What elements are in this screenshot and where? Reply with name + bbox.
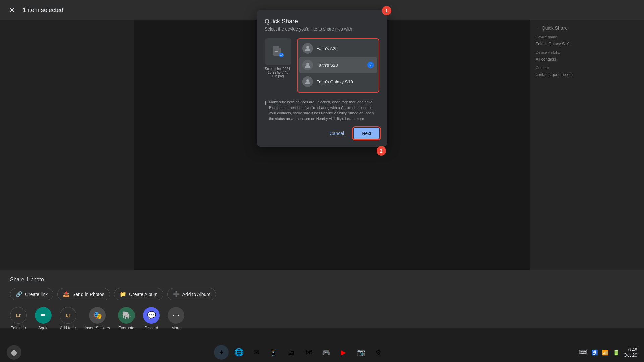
dialog-title: Quick Share [265, 18, 379, 25]
device-3-avatar [302, 76, 313, 87]
device-1-avatar [302, 43, 313, 54]
cancel-button[interactable]: Cancel [323, 128, 351, 139]
device-3-name: Faith's Galaxy S10 [316, 79, 374, 84]
device-item-3[interactable]: Faith's Galaxy S10 [299, 74, 377, 90]
next-button[interactable]: Next [354, 128, 379, 139]
file-thumbnail [265, 38, 291, 65]
info-icon: ℹ [265, 100, 266, 121]
svg-rect-3 [275, 51, 278, 52]
device-2-avatar [302, 60, 313, 70]
svg-rect-2 [275, 50, 279, 50]
dialog-info-text: Make sure both devices are unlocked, clo… [269, 99, 379, 121]
dialog-info: ℹ Make sure both devices are unlocked, c… [265, 99, 379, 121]
svg-point-5 [306, 46, 309, 49]
annotation-badge-1: 1 [382, 6, 391, 15]
file-icon [271, 45, 285, 58]
svg-point-7 [306, 79, 309, 82]
dialog-actions: Cancel Next 2 [265, 128, 379, 139]
file-name-text: Screenshot 2024-10-29 5.47.48 PM.png [265, 67, 291, 78]
svg-rect-1 [279, 46, 281, 48]
device-list: Faith's A25 Faith's S23 ✓ Faith's Galaxy… [297, 38, 379, 93]
device-item-2[interactable]: Faith's S23 ✓ [299, 57, 377, 73]
device-1-name: Faith's A25 [316, 46, 374, 51]
file-info-block: Screenshot 2024-10-29 5.47.48 PM.png [265, 38, 291, 93]
device-item-1[interactable]: Faith's A25 [299, 40, 377, 56]
next-button-wrapper: Next 2 [354, 128, 379, 139]
dialog-content: Screenshot 2024-10-29 5.47.48 PM.png Fai… [265, 38, 379, 93]
dialog-subtitle: Select the device you'd like to share fi… [265, 26, 379, 32]
device-2-name: Faith's S23 [316, 63, 364, 68]
svg-point-6 [306, 63, 309, 65]
quick-share-dialog: 1 Quick Share Select the device you'd li… [257, 10, 387, 147]
dialog-overlay: 1 Quick Share Select the device you'd li… [0, 0, 644, 362]
annotation-badge-2: 2 [377, 146, 386, 156]
device-2-check: ✓ [367, 62, 374, 68]
